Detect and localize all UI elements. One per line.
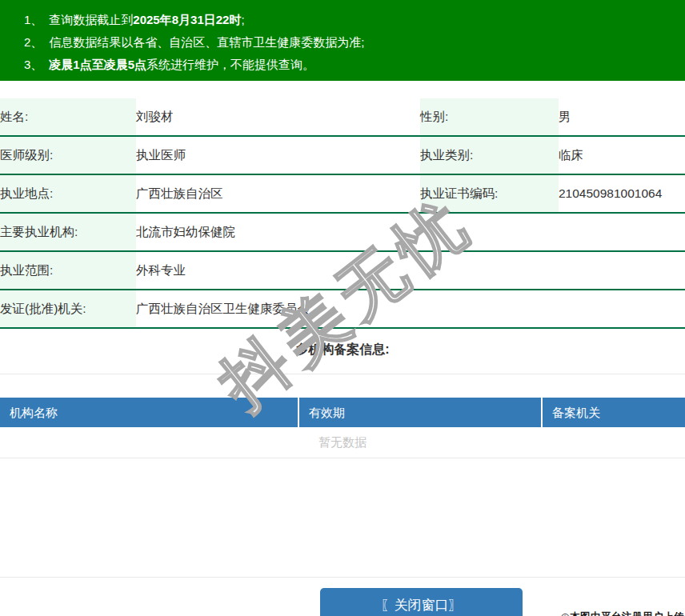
column-header-institution-name: 机构名称 [0,398,298,427]
notice-line-2: 2、信息数据结果以各省、自治区、直辖市卫生健康委数据为准; [24,31,677,54]
table-row: 姓名: 刘骏材 性别: 男 [0,98,685,136]
table-row: 医师级别: 执业医师 执业类别: 临床 [0,136,685,174]
notice-text: 查询数据截止到 [49,13,133,26]
table-row: 主要执业机构: 北流市妇幼保健院 [0,213,685,251]
field-value-issuing-authority: 广西壮族自治区卫生健康委员会 [136,290,685,328]
field-label-scope: 执业范围: [0,251,136,290]
field-value-cert-number: 210450981001064 [559,174,685,213]
field-label-level: 医师级别: [0,136,136,174]
notice-banner: 1、查询数据截止到2025年8月31日22时; 2、信息数据结果以各省、自治区、… [0,0,685,81]
notice-number: 2、 [24,35,42,49]
table-row: 执业地点: 广西壮族自治区 执业证书编码: 210450981001064 [0,174,685,213]
field-value-name: 刘骏材 [136,98,420,136]
field-value-scope: 外科专业 [136,251,685,290]
field-value-location: 广西壮族自治区 [136,174,420,213]
multi-institution-record-table: 机构名称 有效期 备案机关 暂无数据 [0,398,685,578]
notice-text-bold: 凌晨1点至凌晨5点 [49,58,146,71]
notice-text: ; [241,13,244,26]
table-row: 发证(批准)机关: 广西壮族自治区卫生健康委员会 [0,290,685,328]
field-label-cert-number: 执业证书编码: [420,174,559,213]
notice-number: 1、 [24,13,42,26]
notice-text-bold: 2025年8月31日22时 [133,13,241,26]
field-label-main-institution: 主要执业机构: [0,213,136,251]
record-table-header-row: 机构名称 有效期 备案机关 [0,398,685,427]
notice-text: 系统进行维护，不能提供查询。 [146,58,314,71]
field-value-level: 执业医师 [136,136,420,174]
column-header-validity-period: 有效期 [298,398,541,427]
practitioner-info-table: 姓名: 刘骏材 性别: 男 医师级别: 执业医师 执业类别: 临床 执业地点: … [0,98,685,329]
notice-text: 信息数据结果以各省、自治区、直辖市卫生健康委数据为准; [49,35,364,49]
field-value-category: 临床 [559,136,685,174]
field-value-gender: 男 [559,98,685,136]
notice-line-3: 3、凌晨1点至凌晨5点系统进行维护，不能提供查询。 [24,54,677,76]
field-label-category: 执业类别: [420,136,559,174]
notice-number: 3、 [24,58,42,71]
footer: 〖关闭窗口〗 ◎本图由平台注册用户上传 [0,588,685,616]
query-result-page: 1、查询数据截止到2025年8月31日22时; 2、信息数据结果以各省、自治区、… [0,0,685,616]
field-label-gender: 性别: [420,98,559,136]
field-label-location: 执业地点: [0,174,136,213]
field-label-name: 姓名: [0,98,136,136]
field-value-main-institution: 北流市妇幼保健院 [136,213,685,251]
empty-table-body [0,458,685,578]
upload-credit-watermark: ◎本图由平台注册用户上传 [561,610,684,616]
table-row: 执业范围: 外科专业 [0,251,685,290]
notice-line-1: 1、查询数据截止到2025年8月31日22时; [24,9,677,31]
close-window-button[interactable]: 〖关闭窗口〗 [320,588,523,616]
column-header-filing-authority: 备案机关 [541,398,685,427]
section-title-multi-institution: 多机构备案信息: [0,329,685,374]
empty-data-message: 暂无数据 [0,427,685,458]
field-label-issuing-authority: 发证(批准)机关: [0,290,136,328]
